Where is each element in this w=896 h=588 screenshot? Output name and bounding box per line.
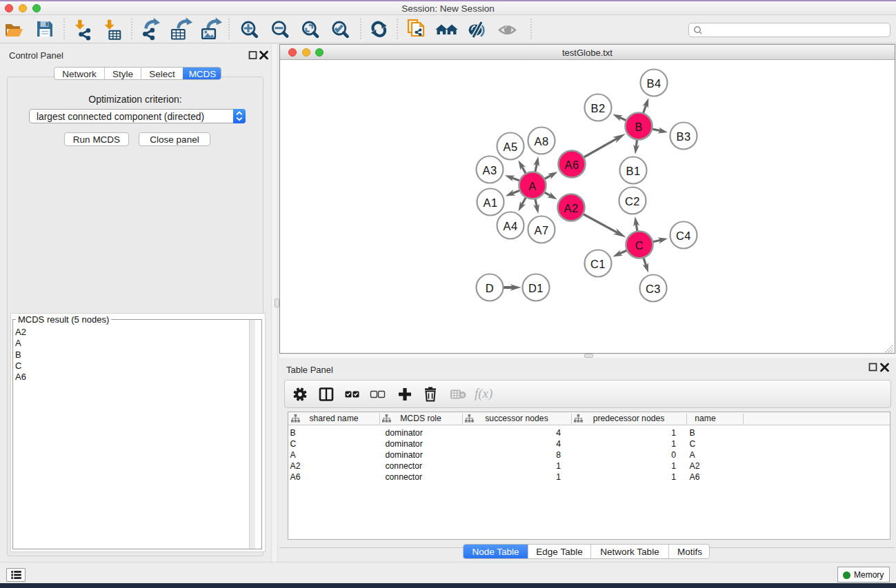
svg-text:A3: A3 <box>483 164 497 176</box>
svg-text:C: C <box>635 239 644 252</box>
svg-text:A2: A2 <box>564 202 579 214</box>
svg-text:C3: C3 <box>646 283 661 295</box>
svg-text:B2: B2 <box>591 102 606 114</box>
svg-text:C4: C4 <box>676 230 691 242</box>
svg-text:A5: A5 <box>504 141 518 153</box>
svg-text:B4: B4 <box>647 77 661 90</box>
svg-text:A8: A8 <box>535 135 549 148</box>
svg-text:C2: C2 <box>625 195 640 207</box>
svg-text:B: B <box>635 121 642 133</box>
svg-text:A: A <box>528 180 536 192</box>
svg-text:A7: A7 <box>535 224 549 236</box>
svg-text:D1: D1 <box>528 282 544 294</box>
svg-text:B1: B1 <box>626 165 641 177</box>
svg-text:B3: B3 <box>677 130 691 143</box>
svg-text:A6: A6 <box>565 159 579 171</box>
svg-text:A4: A4 <box>504 220 518 232</box>
svg-text:D: D <box>486 282 494 294</box>
svg-text:A1: A1 <box>484 196 498 209</box>
svg-text:C1: C1 <box>590 258 606 270</box>
